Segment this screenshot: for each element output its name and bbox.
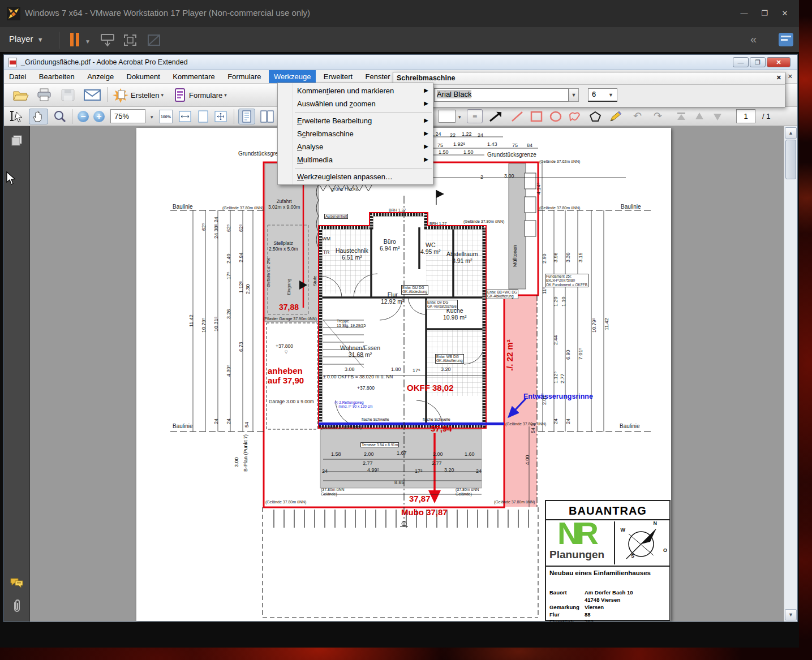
collapse-toolbar-chevron[interactable]: « (750, 33, 757, 46)
menu-formulare[interactable]: Formulare (222, 70, 266, 83)
schreibmaschine-window-titlebar[interactable]: Schreibmaschine ✕ (393, 72, 785, 85)
zoom-level-combo[interactable]: 75% (110, 109, 145, 123)
menu-kommentare[interactable]: Kommentare (167, 70, 220, 83)
vmware-minimize-button[interactable]: — (737, 8, 751, 19)
plan-label: 1.12⁵ (553, 372, 558, 383)
menu-item-multimedia[interactable]: Multimedia▶ (278, 153, 433, 166)
scroll-up-button[interactable]: ▲ (785, 127, 797, 139)
zoom-out-button[interactable]: − (78, 111, 89, 122)
menu-item-schreibmaschine[interactable]: Schreibmaschine▶ (278, 127, 433, 140)
scroll-down-button[interactable]: ▼ (785, 609, 797, 620)
sticky-note-button[interactable]: ≡ (467, 109, 483, 123)
line-tool-icon[interactable] (510, 110, 525, 123)
actual-size-button[interactable]: 100% (159, 110, 173, 123)
fullscreen-icon[interactable] (122, 33, 138, 48)
email-icon[interactable] (83, 89, 101, 101)
plan-label: (Gelände 37.80m üNN) (539, 206, 580, 210)
plan-label: 24 (476, 468, 482, 474)
single-page-view-button[interactable] (238, 109, 255, 124)
menu-item-auswaehlen-zoomen[interactable]: Auswählen und zoomen▶ (278, 97, 433, 110)
open-file-icon[interactable] (12, 88, 29, 102)
full-screen-icon[interactable] (213, 110, 228, 123)
polygon-tool-icon[interactable] (588, 110, 603, 123)
vmware-maximize-button[interactable]: ❐ (757, 8, 772, 19)
plan-label: anheben auf 37,90 (268, 366, 304, 386)
fit-page-icon[interactable] (196, 110, 210, 123)
plan-label: OKFF 38,02 (407, 383, 454, 393)
page-number-input[interactable]: 1 (736, 109, 755, 123)
vmware-close-button[interactable]: ✕ (777, 8, 792, 19)
acrobat-minimize-button[interactable]: — (733, 57, 749, 67)
plan-label: 2.77 (432, 460, 442, 466)
fit-width-icon[interactable] (178, 110, 192, 123)
scroll-thumb[interactable] (785, 140, 796, 179)
menu-erweitert[interactable]: Erweitert (319, 70, 358, 83)
plan-label: (Gelände 37.80m üNN) (222, 206, 263, 210)
vertical-scrollbar[interactable]: ▲ ▼ (784, 126, 797, 622)
north-compass (620, 523, 663, 564)
plan-label: 3.26 (226, 309, 231, 319)
single-page-icon (242, 110, 252, 123)
menu-anzeige[interactable]: Anzeige (82, 70, 119, 83)
attachments-panel-icon[interactable] (11, 599, 23, 614)
zoom-combo-caret[interactable]: ▾ (151, 114, 153, 120)
suspend-vm-button[interactable] (70, 33, 80, 46)
marquee-zoom-icon[interactable] (53, 110, 67, 123)
player-menu[interactable]: Player ▼ (9, 34, 44, 44)
plan-label: 2.44 (553, 335, 558, 345)
hand-tool-button[interactable] (29, 109, 48, 124)
plan-label: Eingang (287, 279, 292, 295)
menu-item-analyse[interactable]: Analyse▶ (278, 140, 433, 153)
menu-fenster[interactable]: Fenster (360, 70, 396, 83)
rectangle-tool-icon[interactable] (529, 110, 544, 123)
vmware-library-panel-icon[interactable] (779, 33, 793, 46)
menu-item-erweiterte-bearbeitung[interactable]: Erweiterte Bearbeitung▶ (278, 114, 433, 127)
plan-label: Baulinie (173, 204, 193, 210)
pages-panel-icon[interactable] (10, 134, 24, 148)
font-size-combo[interactable]: 6▼ (588, 88, 617, 102)
send-ctrl-alt-del-icon[interactable] (100, 33, 115, 48)
menu-werkzeuge[interactable]: Werkzeuge (269, 70, 316, 83)
vmware-window-title: Windows 7 x64 - VMware Workstation 17 Pl… (25, 8, 310, 18)
oval-tool-icon[interactable] (548, 110, 563, 123)
plan-label: 62⁵ (226, 224, 231, 232)
print-icon[interactable] (36, 88, 53, 102)
arrow-tool-icon[interactable] (488, 110, 503, 123)
menu-dokument[interactable]: Dokument (122, 70, 165, 83)
font-combo-caret[interactable]: ▼ (569, 88, 579, 102)
markup-combo-caret[interactable]: ▾ (458, 114, 461, 120)
acrobat-restore-button[interactable]: ❐ (750, 57, 766, 67)
menu-bearbeiten[interactable]: Bearbeiten (34, 70, 80, 83)
markup-style-combo[interactable] (439, 110, 456, 123)
vmware-logo-icon (7, 7, 20, 20)
plan-label: 6.73 (238, 342, 244, 352)
plan-label: 2.77 (363, 460, 373, 466)
plan-label: 10.79⁵ (591, 318, 597, 333)
plan-label: (Gelände 37.80m üNN) (494, 500, 535, 504)
menu-item-kommentieren[interactable]: Kommentieren und markieren▶ (278, 84, 433, 97)
comments-panel-icon[interactable] (10, 576, 24, 589)
font-family-combo[interactable]: Arial Black (434, 88, 569, 102)
create-pdf-button[interactable]: Erstellen▾ (113, 87, 164, 103)
plan-label: 1.50 (463, 149, 474, 155)
menu-item-werkzeugleisten-anpassen[interactable]: Werkzeugleisten anpassen… (278, 170, 433, 183)
schreibmaschine-window: Schreibmaschine ✕ Schreibmaschine T↑ T↓ … (393, 72, 785, 107)
plan-label: flache Schwelle (423, 417, 450, 422)
zoom-in-button[interactable]: + (93, 111, 105, 122)
menu-datei[interactable]: Datei (4, 70, 31, 83)
plan-label: 10.31⁵ (213, 317, 219, 331)
suspend-options-caret[interactable]: ▼ (85, 38, 91, 45)
plan-label: 54 (244, 422, 250, 428)
document-area[interactable]: GrundstücksgrenzeGrundstücksgrenze1.2422… (31, 126, 784, 622)
hand-tool-icon (32, 110, 45, 123)
toolbar-area-close-icon[interactable]: ✕ (788, 73, 793, 80)
formulare-button[interactable]: Formulare▾ (174, 87, 227, 103)
pencil-tool-icon[interactable] (607, 110, 623, 123)
plan-label: 37,94 (431, 424, 452, 434)
close-icon[interactable]: ✕ (776, 74, 781, 81)
select-tool-icon[interactable] (10, 110, 24, 123)
acrobat-close-button[interactable]: ✕ (767, 57, 790, 67)
two-page-view-icon[interactable] (260, 110, 274, 123)
page-total-label: / 1 (762, 112, 770, 120)
cloud-tool-icon[interactable] (568, 110, 582, 123)
